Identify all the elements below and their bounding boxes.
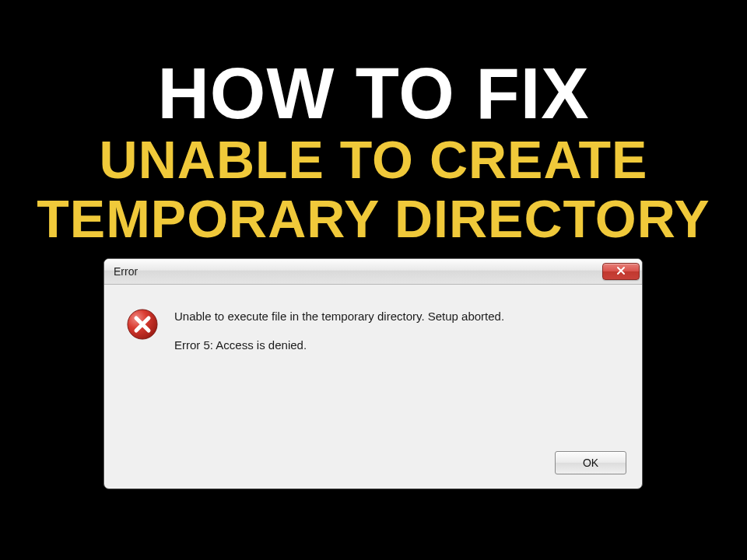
dialog-message-line2: Error 5: Access is denied. — [174, 337, 504, 353]
close-icon — [616, 265, 626, 278]
headline-line2: UNABLE TO CREATE — [0, 133, 747, 187]
dialog-message: Unable to execute file in the temporary … — [174, 308, 504, 353]
headline-line3: TEMPORARY DIRECTORY — [0, 192, 747, 246]
error-icon — [126, 308, 159, 341]
ok-button[interactable]: OK — [555, 451, 626, 474]
dialog-titlebar: Error — [104, 259, 642, 285]
ok-button-label: OK — [583, 457, 598, 469]
dialog-message-line1: Unable to execute file in the temporary … — [174, 308, 504, 324]
headline-block: HOW TO FIX UNABLE TO CREATE TEMPORARY DI… — [0, 58, 747, 246]
error-dialog: Error Un — [103, 258, 643, 489]
close-button[interactable] — [602, 263, 640, 280]
dialog-body: Unable to execute file in the temporary … — [104, 285, 642, 353]
dialog-title: Error — [114, 265, 138, 278]
headline-line1: HOW TO FIX — [0, 58, 747, 128]
dialog-button-row: OK — [555, 451, 626, 474]
